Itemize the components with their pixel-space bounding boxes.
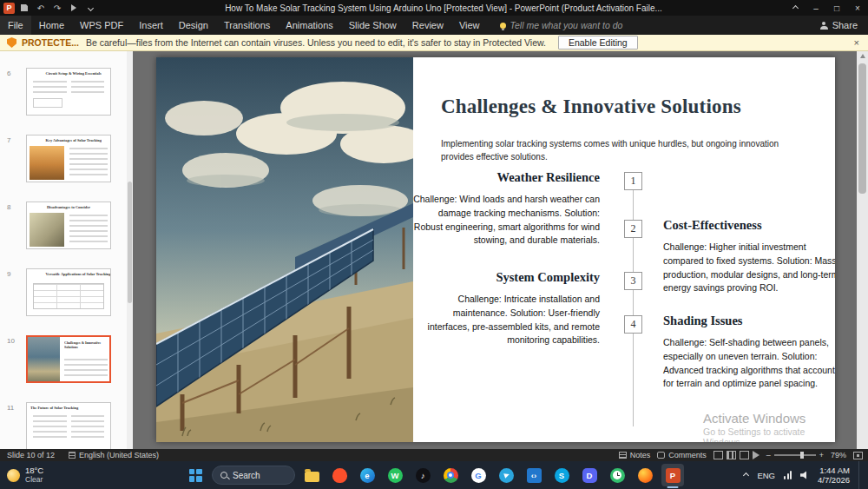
clock-date[interactable]: 1:44 AM 4/7/2026 <box>818 466 850 486</box>
tab-view[interactable]: View <box>451 16 488 35</box>
taskbar-icon-skype[interactable]: S <box>550 464 573 486</box>
firefox-icon <box>638 468 653 483</box>
slide-canvas: Challenges & Innovative Solutions Implem… <box>133 51 868 449</box>
slide-thumbnail-panel: 6 Circuit Setup & Wiring Essentials 7 Ke… <box>0 51 127 449</box>
taskbar-icon-edge[interactable]: e <box>356 464 378 486</box>
save-icon[interactable] <box>19 3 30 13</box>
workspace: 6 Circuit Setup & Wiring Essentials 7 Ke… <box>0 51 868 449</box>
slide-sorter-view-icon[interactable] <box>727 451 736 459</box>
minimize-button[interactable]: – <box>806 0 826 16</box>
language-selector[interactable]: English (United States) <box>69 451 159 459</box>
thumbnail-slide-10-selected[interactable]: 10 Challenges & Innovative Solutions <box>0 335 127 386</box>
close-button[interactable]: × <box>847 0 868 16</box>
zoom-slider-thumb[interactable] <box>800 452 804 459</box>
thumbnail-number: 9 <box>7 270 10 278</box>
thumbnail-preview: Versatile Applications of Solar Tracking… <box>26 268 111 316</box>
weather-widget[interactable]: 18°C Clear <box>7 466 43 485</box>
zoom-level[interactable]: 79% <box>831 451 846 459</box>
taskbar-icon-clock[interactable] <box>606 464 628 486</box>
taskbar-icon-discord[interactable]: D <box>578 464 601 486</box>
taskbar-icon-tiktok[interactable]: ♪ <box>411 464 434 486</box>
taskbar-icon-vscode[interactable]: ‹› <box>523 464 545 486</box>
item-weather-resilience: Weather Resilience Challenge: Wind loads… <box>411 170 600 248</box>
zoom-in-button[interactable]: + <box>819 451 824 459</box>
thumbnail-slide-7[interactable]: 7 Key Advantages of Solar Tracking <box>0 135 127 185</box>
enable-editing-button[interactable]: Enable Editing <box>558 36 638 50</box>
start-button[interactable] <box>184 464 207 486</box>
scroll-up-icon[interactable] <box>860 54 865 58</box>
tab-file[interactable]: File <box>0 16 31 35</box>
banner-close-icon[interactable]: × <box>854 37 859 48</box>
thumbnail-number: 7 <box>7 136 10 144</box>
thumbnail-scrollbar[interactable] <box>127 51 133 449</box>
thumbnail-slide-11[interactable]: 11 The Future of Solar Tracking <box>0 402 127 449</box>
share-button[interactable]: Share <box>820 20 858 30</box>
thumbnail-slide-6[interactable]: 6 Circuit Setup & Wiring Essentials <box>0 68 127 118</box>
taskbar-icon-powerpoint-active[interactable]: P <box>661 464 684 486</box>
thumbnail-preview: Disadvantages to Consider <box>26 202 111 249</box>
tab-review[interactable]: Review <box>404 16 451 35</box>
item-body: Challenge: Intricate installation and ma… <box>411 293 600 347</box>
comments-button[interactable]: Comments <box>657 451 707 459</box>
maximize-button[interactable]: □ <box>826 0 847 16</box>
thumb-text-lines <box>69 148 108 179</box>
tray-time: 1:44 AM <box>819 466 850 475</box>
statusbar: Slide 10 of 12 English (United States) N… <box>0 449 868 461</box>
taskbar-icon-whatsapp[interactable]: W <box>384 464 406 486</box>
tab-insert[interactable]: Insert <box>131 16 171 35</box>
tab-design[interactable]: Design <box>171 16 216 35</box>
tab-home[interactable]: Home <box>31 16 72 35</box>
taskbar-icon-brave[interactable] <box>328 464 351 486</box>
item-body: Challenge: Higher initial investment com… <box>663 241 835 295</box>
ribbon-display-options-icon[interactable] <box>785 0 806 16</box>
notes-button[interactable]: Notes <box>619 451 651 459</box>
tray-chevron-up-icon[interactable] <box>743 472 749 478</box>
volume-icon[interactable] <box>800 471 809 479</box>
canvas-scrollbar[interactable] <box>857 51 868 449</box>
brave-icon <box>332 468 347 483</box>
redo-icon[interactable]: ↷ <box>52 3 62 13</box>
search-icon <box>220 472 227 479</box>
tab-wps-pdf[interactable]: WPS PDF <box>72 16 131 35</box>
taskbar-icon-file-explorer[interactable] <box>300 464 323 486</box>
powerpoint-icon: P <box>666 468 681 483</box>
tab-transitions[interactable]: Transitions <box>216 16 278 35</box>
thumbnail-number: 8 <box>7 203 10 211</box>
tab-slide-show[interactable]: Slide Show <box>341 16 404 35</box>
fit-to-window-icon[interactable] <box>853 452 863 459</box>
thumbnail-number: 6 <box>7 69 10 77</box>
taskbar-icon-firefox[interactable] <box>634 464 656 486</box>
window-controls: – □ × <box>785 0 868 16</box>
item-heading: System Complexity <box>411 270 600 285</box>
solar-panel-illustration <box>156 57 413 442</box>
scrollbar-thumb[interactable] <box>858 63 866 194</box>
timeline-number-3: 3 <box>624 272 642 290</box>
taskbar-icon-chrome[interactable] <box>439 464 462 486</box>
tell-me-box[interactable]: Tell me what you want to do <box>500 20 623 30</box>
network-icon[interactable] <box>784 471 792 479</box>
customize-quick-access-icon[interactable] <box>85 3 95 13</box>
start-slideshow-icon[interactable] <box>69 3 79 13</box>
reading-view-icon[interactable] <box>740 451 749 459</box>
item-system-complexity: System Complexity Challenge: Intricate i… <box>411 270 600 347</box>
tray-date: 4/7/2026 <box>818 475 850 485</box>
undo-icon[interactable]: ↶ <box>36 3 46 13</box>
taskbar-icon-google[interactable]: G <box>467 464 490 486</box>
input-language[interactable]: ENG <box>757 471 775 480</box>
edge-icon: e <box>360 468 375 483</box>
thumb-text-lines <box>33 415 67 438</box>
tab-animations[interactable]: Animations <box>278 16 340 35</box>
thumbnail-slide-8[interactable]: 8 Disadvantages to Consider <box>0 202 127 252</box>
zoom-slider[interactable] <box>774 454 816 456</box>
thumbnail-slide-9[interactable]: 9 Versatile Applications of Solar Tracki… <box>0 268 127 319</box>
thumbnail-title: Challenges & Innovative Solutions <box>64 340 109 349</box>
show-desktop-button[interactable] <box>858 461 861 489</box>
zoom-out-button[interactable]: – <box>766 451 771 459</box>
slideshow-view-icon[interactable] <box>753 451 760 459</box>
tell-me-label: Tell me what you want to do <box>510 20 623 30</box>
taskbar-search[interactable]: Search <box>212 466 295 485</box>
normal-view-icon[interactable] <box>713 451 723 459</box>
protected-view-label: PROTECTE... <box>22 37 79 48</box>
taskbar-icon-telegram[interactable] <box>495 464 517 486</box>
slide-10[interactable]: Challenges & Innovative Solutions Implem… <box>156 57 835 442</box>
